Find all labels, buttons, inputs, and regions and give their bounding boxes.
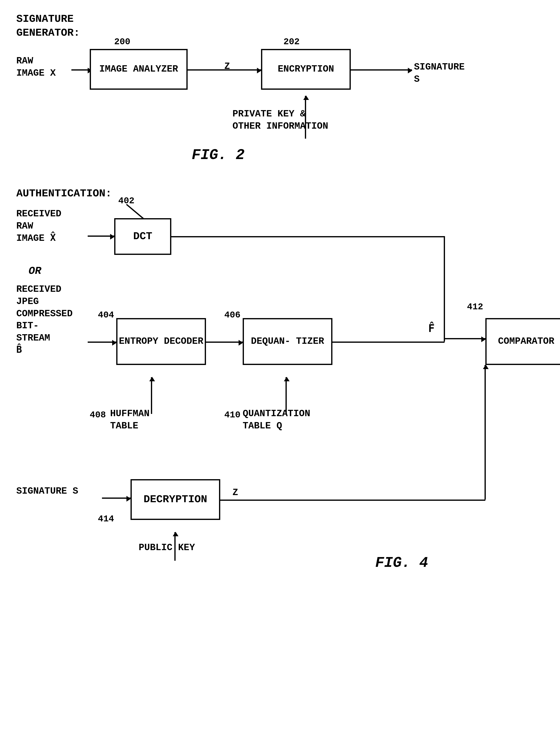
fig4-arrow-z-up-to-comparator [484, 365, 486, 500]
fig2-title: SIGNATURE GENERATOR: [16, 12, 80, 40]
ref-404: 404 [98, 310, 114, 320]
fig2-caption: FIG. 2 [192, 147, 244, 164]
fig4-line-dct-right [171, 236, 444, 237]
fig4-arrow-huffman-up [151, 377, 152, 414]
ref-200: 200 [114, 37, 130, 47]
fig4-received-raw-label: RECEIVEDRAWIMAGE X̂ [16, 208, 61, 244]
fig2-raw-image-label: RAWIMAGE X [16, 55, 56, 80]
fig4-entropy-decoder-box: ENTROPY DECODER [116, 318, 206, 365]
fig4-dequantizer-box: DEQUAN- TIZER [243, 318, 333, 365]
fig4-arrow-entropy-to-dequant [206, 342, 243, 343]
ref-202: 202 [283, 37, 300, 47]
fig4-huffman-label: HUFFMAN TABLE [110, 408, 149, 432]
fig2-encryption-box: ENCRYPTION [261, 49, 351, 90]
fig2-signature-s-label: SIGNATURE S [414, 61, 464, 86]
ref-412: 412 [467, 302, 483, 312]
fig4-or-label: OR [28, 265, 41, 277]
fig2-diagram: SIGNATURE GENERATOR: 200 202 RAWIMAGE X … [8, 8, 552, 167]
ref-406: 406 [224, 310, 240, 320]
fig2-private-key-label: PRIVATE KEY & OTHER INFORMATION [233, 108, 328, 133]
fig4-arrow-jpeg-to-entropy [88, 342, 116, 343]
fig4-caption: FIG. 4 [375, 555, 428, 571]
fig4-fhat-label: F̂ [428, 322, 435, 335]
ref-410: 410 [224, 410, 240, 420]
fig4-z-label: Z [233, 487, 238, 498]
fig4-public-key-label: PUBLIC KEY [139, 542, 195, 553]
fig4-line-decrypt-right [220, 500, 485, 501]
fig2-image-analyzer-box: IMAGE ANALYZER [90, 49, 187, 90]
fig4-arrow-fhat-to-comparator [444, 338, 485, 339]
page: SIGNATURE GENERATOR: 200 202 RAWIMAGE X … [0, 0, 560, 753]
fig4-sig-s-input-label: SIGNATURE S [16, 485, 78, 497]
fig4-title: AUTHENTICATION: [16, 188, 112, 200]
fig4-arrow-sig-to-decrypt [102, 497, 131, 499]
ref-414: 414 [98, 514, 114, 524]
fig4-decryption-box: DECRYPTION [131, 479, 220, 520]
fig2-arrow-encryption-to-sig [351, 69, 412, 70]
fig2-arrow-raw-to-analyzer [72, 69, 92, 70]
fig4-comparator-box: COMPARATOR [485, 318, 560, 365]
fig4-quantization-label: QUANTIZATION TABLE Q [243, 408, 310, 432]
fig4-dct-box: DCT [114, 218, 171, 255]
fig4-received-jpeg-label: RECEIVEDJPEGCOMPRESSEDBIT-STREAMB̂ [16, 283, 73, 357]
fig4-arrow-raw-to-dct [88, 236, 114, 237]
fig4-line-dequant-right [333, 342, 444, 343]
fig4-line-up-to-comparator [444, 236, 445, 342]
ref-408: 408 [90, 410, 106, 420]
fig4-diagram: AUTHENTICATION: 402 RECEIVEDRAWIMAGE X̂ … [8, 184, 552, 734]
fig2-z-label: Z [224, 61, 230, 72]
